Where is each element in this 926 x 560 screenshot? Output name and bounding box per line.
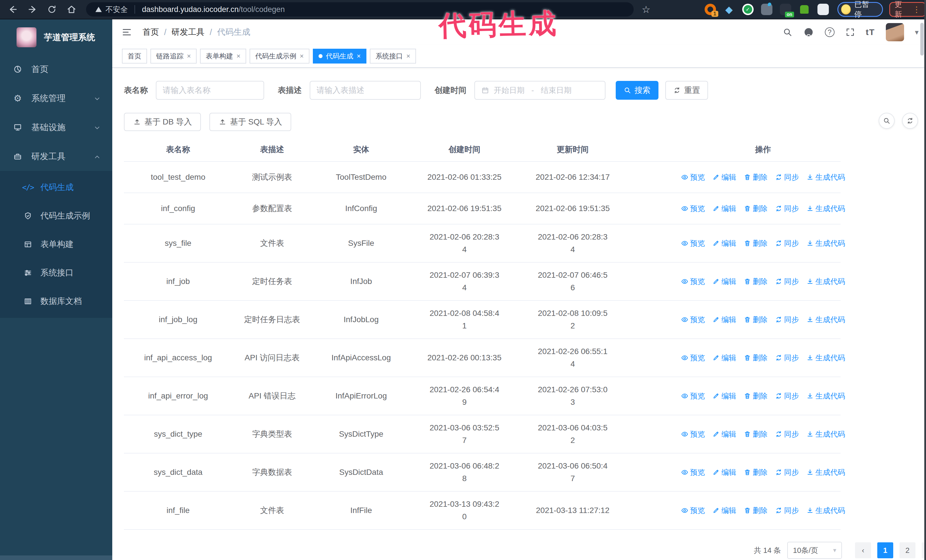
preview-link[interactable]: 预览 (681, 276, 705, 287)
start-date-placeholder[interactable]: 开始日期 (494, 85, 525, 95)
hamburger-icon[interactable] (121, 27, 132, 38)
help-icon[interactable]: ? (825, 27, 835, 37)
delete-link[interactable]: 删除 (744, 391, 767, 401)
edit-link[interactable]: 编辑 (712, 353, 736, 363)
sync-link[interactable]: 同步 (775, 391, 799, 401)
preview-link[interactable]: 预览 (681, 468, 705, 477)
delete-link[interactable]: 删除 (744, 172, 767, 182)
browser-menu-icon[interactable]: ⋮ (912, 5, 921, 14)
sync-link[interactable]: 同步 (775, 238, 799, 248)
breadcrumb-dev-tools[interactable]: 研发工具 (171, 27, 204, 38)
bookmark-star-icon[interactable]: ☆ (642, 4, 650, 15)
end-date-placeholder[interactable]: 结束日期 (541, 85, 572, 95)
puzzle-extensions-icon[interactable] (817, 4, 829, 15)
edit-link[interactable]: 编辑 (712, 391, 736, 401)
delete-link[interactable]: 删除 (744, 429, 767, 439)
table-desc-input[interactable] (316, 86, 414, 95)
tab-system-api[interactable]: 系统接口× (370, 49, 416, 63)
delete-link[interactable]: 删除 (744, 315, 767, 325)
generate-code-link[interactable]: 生成代码 (806, 391, 845, 401)
preview-link[interactable]: 预览 (681, 204, 705, 214)
sidebar-item-home[interactable]: 首页 (0, 55, 112, 84)
browser-update-button[interactable]: 更新 ⋮ (889, 2, 926, 17)
sync-link[interactable]: 同步 (775, 276, 799, 287)
tab-link-trace[interactable]: 链路追踪× (150, 49, 197, 63)
table-name-input[interactable] (163, 86, 257, 95)
generate-code-link[interactable]: 生成代码 (806, 238, 845, 248)
generate-code-link[interactable]: 生成代码 (806, 276, 845, 287)
close-tab-icon[interactable]: × (187, 52, 191, 60)
sync-link[interactable]: 同步 (775, 353, 799, 363)
sync-link[interactable]: 同步 (775, 506, 799, 516)
sidebar-item-codegen[interactable]: </> 代码生成 (0, 173, 112, 202)
fullscreen-icon[interactable] (845, 27, 855, 37)
font-size-icon[interactable]: tT (866, 27, 875, 37)
search-button[interactable]: 搜索 (616, 81, 658, 100)
extension-icon[interactable]: ✓ (742, 4, 754, 15)
page-button-2[interactable]: 2 (899, 542, 915, 558)
edit-link[interactable]: 编辑 (712, 468, 736, 477)
sidebar-item-infrastructure[interactable]: 基础设施 (0, 113, 112, 142)
delete-link[interactable]: 删除 (744, 204, 767, 214)
browser-back-button[interactable] (6, 3, 20, 16)
sync-link[interactable]: 同步 (775, 429, 799, 439)
sidebar-item-db-doc[interactable]: 数据库文档 (0, 287, 112, 315)
vertical-scrollbar[interactable] (920, 23, 924, 56)
prev-page-button[interactable]: ‹ (855, 542, 871, 558)
generate-code-link[interactable]: 生成代码 (806, 468, 845, 477)
browser-forward-button[interactable] (26, 3, 39, 16)
import-db-button[interactable]: 基于 DB 导入 (124, 113, 201, 131)
generate-code-link[interactable]: 生成代码 (806, 429, 845, 439)
sidebar-item-system-management[interactable]: ⚙ 系统管理 (0, 84, 112, 113)
avatar-caret-down-icon[interactable]: ▾ (915, 28, 918, 37)
sync-link[interactable]: 同步 (775, 172, 799, 182)
extension-icon[interactable] (799, 4, 810, 15)
extension-icon[interactable]: on (780, 4, 791, 15)
reset-button[interactable]: 重置 (665, 81, 708, 100)
search-icon[interactable] (783, 27, 792, 37)
preview-link[interactable]: 预览 (681, 172, 705, 182)
edit-link[interactable]: 编辑 (712, 429, 736, 439)
edit-link[interactable]: 编辑 (712, 238, 736, 248)
sync-link[interactable]: 同步 (775, 204, 799, 214)
tab-codegen[interactable]: 代码生成× (313, 49, 366, 63)
refresh-table-button[interactable] (902, 113, 918, 129)
browser-reload-button[interactable] (45, 3, 59, 16)
browser-home-button[interactable] (65, 3, 78, 16)
generate-code-link[interactable]: 生成代码 (806, 172, 845, 182)
sidebar-logo[interactable]: 芋道管理系统 (0, 20, 112, 55)
user-avatar[interactable] (886, 23, 904, 41)
generate-code-link[interactable]: 生成代码 (806, 204, 845, 214)
edit-link[interactable]: 编辑 (712, 315, 736, 325)
generate-code-link[interactable]: 生成代码 (806, 353, 845, 363)
github-icon[interactable] (803, 27, 814, 38)
sync-link[interactable]: 同步 (775, 315, 799, 325)
import-sql-button[interactable]: 基于 SQL 导入 (209, 113, 291, 131)
delete-link[interactable]: 删除 (744, 353, 767, 363)
extension-icon[interactable]: ◆ (723, 4, 735, 15)
edit-link[interactable]: 编辑 (712, 172, 736, 182)
preview-link[interactable]: 预览 (681, 391, 705, 401)
preview-link[interactable]: 预览 (681, 238, 705, 248)
toggle-search-button[interactable] (879, 113, 895, 129)
sidebar-item-codegen-example[interactable]: 代码生成示例 (0, 202, 112, 230)
sidebar-item-system-api[interactable]: 系统接口 (0, 259, 112, 287)
close-tab-icon[interactable]: × (300, 52, 304, 60)
profile-paused-badge[interactable]: 已暂停 (837, 2, 883, 17)
preview-link[interactable]: 预览 (681, 429, 705, 439)
preview-link[interactable]: 预览 (681, 353, 705, 363)
close-tab-icon[interactable]: × (236, 52, 241, 60)
date-range-picker[interactable]: 开始日期 - 结束日期 (474, 81, 605, 100)
preview-link[interactable]: 预览 (681, 315, 705, 325)
delete-link[interactable]: 删除 (744, 468, 767, 477)
tab-home[interactable]: 首页 (122, 49, 147, 63)
generate-code-link[interactable]: 生成代码 (806, 506, 845, 516)
page-size-select[interactable]: 10条/页 ▾ (787, 542, 842, 559)
close-tab-icon[interactable]: × (357, 52, 361, 60)
edit-link[interactable]: 编辑 (712, 204, 736, 214)
delete-link[interactable]: 删除 (744, 506, 767, 516)
sidebar-item-form-builder[interactable]: 表单构建 (0, 230, 112, 259)
edit-link[interactable]: 编辑 (712, 276, 736, 287)
close-tab-icon[interactable]: × (406, 52, 410, 60)
page-button-1[interactable]: 1 (877, 542, 893, 558)
